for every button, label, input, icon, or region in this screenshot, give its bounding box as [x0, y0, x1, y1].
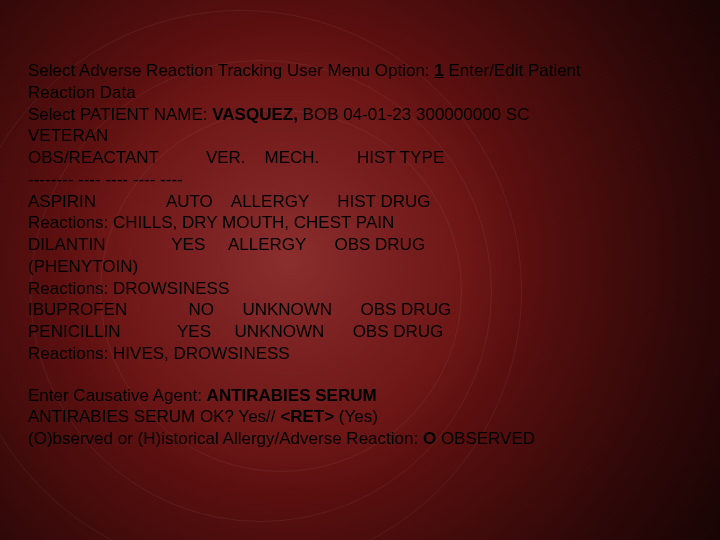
menu-option-rest: Enter/Edit Patient [444, 61, 581, 80]
footer-line-3: (O)bserved or (H)istorical Allergy/Adver… [28, 428, 692, 450]
menu-prompt: Select Adverse Reaction Tracking User Me… [28, 61, 434, 80]
reactions-line: Reactions: HIVES, DROWSINESS [28, 343, 692, 365]
footer-line-2: ANTIRABIES SERUM OK? Yes// <RET> (Yes) [28, 406, 692, 428]
reactions-line: Reactions: DROWSINESS [28, 278, 692, 300]
menu-line-2: Reaction Data [28, 82, 692, 104]
table-row: DILANTIN YES ALLERGY OBS DRUG [28, 234, 692, 256]
patient-line-1: Select PATIENT NAME: VASQUEZ, BOB 04-01-… [28, 104, 692, 126]
menu-option-num: 1 [434, 61, 443, 80]
patient-rest: BOB 04-01-23 300000000 SC [298, 105, 530, 124]
observed-answer: O [423, 429, 436, 448]
patient-name: VASQUEZ, [212, 105, 298, 124]
table-row-extra: (PHENYTOIN) [28, 256, 692, 278]
table-header: OBS/REACTANT VER. MECH. HIST TYPE [28, 147, 692, 169]
patient-line-2: VETERAN [28, 125, 692, 147]
terminal-text-block: Select Adverse Reaction Tracking User Me… [28, 60, 692, 450]
table-row: PENICILLIN YES UNKNOWN OBS DRUG [28, 321, 692, 343]
footer-line-1: Enter Causative Agent: ANTIRABIES SERUM [28, 385, 692, 407]
causative-agent: ANTIRABIES SERUM [207, 386, 377, 405]
reactions-line: Reactions: CHILLS, DRY MOUTH, CHEST PAIN [28, 212, 692, 234]
menu-line-1: Select Adverse Reaction Tracking User Me… [28, 60, 692, 82]
table-row: IBUPROFEN NO UNKNOWN OBS DRUG [28, 299, 692, 321]
table-divider: -------- ---- ---- ---- ---- [28, 169, 692, 191]
patient-prompt: Select PATIENT NAME: [28, 105, 212, 124]
table-row: ASPIRIN AUTO ALLERGY HIST DRUG [28, 191, 692, 213]
ret-key: <RET> [280, 407, 334, 426]
